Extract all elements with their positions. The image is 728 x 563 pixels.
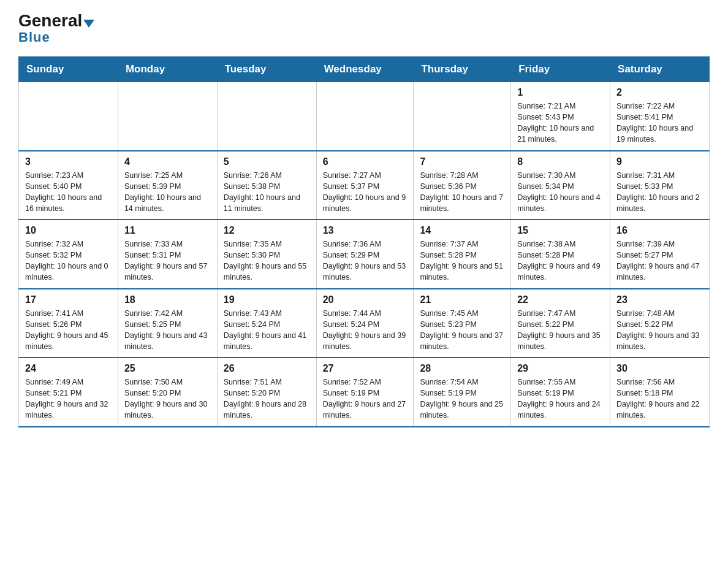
calendar-cell — [414, 82, 511, 151]
calendar-cell: 9Sunrise: 7:31 AM Sunset: 5:33 PM Daylig… — [610, 151, 710, 220]
day-number: 19 — [224, 294, 310, 305]
day-number: 15 — [517, 225, 604, 236]
day-info: Sunrise: 7:37 AM Sunset: 5:28 PM Dayligh… — [420, 239, 504, 283]
calendar-cell: 19Sunrise: 7:43 AM Sunset: 5:24 PM Dayli… — [217, 289, 316, 358]
calendar-cell: 11Sunrise: 7:33 AM Sunset: 5:31 PM Dayli… — [118, 220, 217, 289]
day-number: 23 — [616, 294, 703, 305]
day-info: Sunrise: 7:36 AM Sunset: 5:29 PM Dayligh… — [323, 239, 408, 283]
calendar-cell: 15Sunrise: 7:38 AM Sunset: 5:28 PM Dayli… — [511, 220, 610, 289]
day-number: 4 — [124, 156, 211, 167]
day-info: Sunrise: 7:28 AM Sunset: 5:36 PM Dayligh… — [420, 170, 504, 215]
calendar-week-row: 1Sunrise: 7:21 AM Sunset: 5:43 PM Daylig… — [19, 82, 710, 151]
calendar-cell: 25Sunrise: 7:50 AM Sunset: 5:20 PM Dayli… — [118, 358, 217, 427]
day-number: 5 — [224, 156, 310, 167]
calendar-cell — [19, 82, 118, 151]
calendar-cell: 1Sunrise: 7:21 AM Sunset: 5:43 PM Daylig… — [511, 82, 610, 151]
calendar-cell: 18Sunrise: 7:42 AM Sunset: 5:25 PM Dayli… — [118, 289, 217, 358]
day-number: 8 — [517, 156, 604, 167]
day-number: 10 — [25, 225, 112, 236]
day-info: Sunrise: 7:54 AM Sunset: 5:19 PM Dayligh… — [420, 377, 504, 421]
day-info: Sunrise: 7:35 AM Sunset: 5:30 PM Dayligh… — [224, 239, 310, 283]
day-info: Sunrise: 7:25 AM Sunset: 5:39 PM Dayligh… — [124, 170, 211, 215]
weekday-header-tuesday: Tuesday — [217, 57, 316, 82]
day-info: Sunrise: 7:48 AM Sunset: 5:22 PM Dayligh… — [616, 308, 703, 353]
calendar-cell: 29Sunrise: 7:55 AM Sunset: 5:19 PM Dayli… — [511, 358, 610, 427]
day-number: 30 — [616, 363, 703, 374]
day-info: Sunrise: 7:42 AM Sunset: 5:25 PM Dayligh… — [124, 308, 211, 353]
calendar-cell: 8Sunrise: 7:30 AM Sunset: 5:34 PM Daylig… — [511, 151, 610, 220]
day-number: 26 — [224, 363, 310, 374]
day-number: 6 — [323, 156, 408, 167]
logo-text: General — [18, 12, 94, 29]
calendar-cell: 10Sunrise: 7:32 AM Sunset: 5:32 PM Dayli… — [19, 220, 118, 289]
day-number: 14 — [420, 225, 504, 236]
day-number: 22 — [517, 294, 604, 305]
calendar-cell: 3Sunrise: 7:23 AM Sunset: 5:40 PM Daylig… — [19, 151, 118, 220]
day-info: Sunrise: 7:51 AM Sunset: 5:20 PM Dayligh… — [224, 377, 310, 421]
calendar-cell: 7Sunrise: 7:28 AM Sunset: 5:36 PM Daylig… — [414, 151, 511, 220]
day-number: 24 — [25, 363, 112, 374]
day-info: Sunrise: 7:21 AM Sunset: 5:43 PM Dayligh… — [517, 101, 604, 145]
day-number: 20 — [323, 294, 408, 305]
calendar-week-row: 3Sunrise: 7:23 AM Sunset: 5:40 PM Daylig… — [19, 151, 710, 220]
calendar-cell — [118, 82, 217, 151]
calendar-cell — [316, 82, 414, 151]
day-number: 17 — [25, 294, 112, 305]
day-number: 27 — [323, 363, 408, 374]
calendar-week-row: 24Sunrise: 7:49 AM Sunset: 5:21 PM Dayli… — [19, 358, 710, 427]
day-number: 25 — [124, 363, 211, 374]
calendar-cell: 21Sunrise: 7:45 AM Sunset: 5:23 PM Dayli… — [414, 289, 511, 358]
day-number: 13 — [323, 225, 408, 236]
day-number: 11 — [124, 225, 211, 236]
day-number: 21 — [420, 294, 504, 305]
calendar-cell: 17Sunrise: 7:41 AM Sunset: 5:26 PM Dayli… — [19, 289, 118, 358]
day-info: Sunrise: 7:31 AM Sunset: 5:33 PM Dayligh… — [616, 170, 703, 215]
weekday-header-thursday: Thursday — [414, 57, 511, 82]
day-number: 29 — [517, 363, 604, 374]
day-number: 28 — [420, 363, 504, 374]
calendar-cell: 4Sunrise: 7:25 AM Sunset: 5:39 PM Daylig… — [118, 151, 217, 220]
logo: General Blue — [18, 12, 94, 45]
day-number: 16 — [616, 225, 703, 236]
calendar-cell: 27Sunrise: 7:52 AM Sunset: 5:19 PM Dayli… — [316, 358, 414, 427]
day-number: 1 — [517, 87, 604, 98]
day-info: Sunrise: 7:56 AM Sunset: 5:18 PM Dayligh… — [616, 377, 703, 421]
day-info: Sunrise: 7:45 AM Sunset: 5:23 PM Dayligh… — [420, 308, 504, 353]
day-number: 18 — [124, 294, 211, 305]
day-info: Sunrise: 7:50 AM Sunset: 5:20 PM Dayligh… — [124, 377, 211, 421]
day-info: Sunrise: 7:38 AM Sunset: 5:28 PM Dayligh… — [517, 239, 604, 283]
logo-general: General — [18, 11, 82, 30]
calendar-cell: 13Sunrise: 7:36 AM Sunset: 5:29 PM Dayli… — [316, 220, 414, 289]
day-info: Sunrise: 7:23 AM Sunset: 5:40 PM Dayligh… — [25, 170, 112, 215]
calendar-week-row: 10Sunrise: 7:32 AM Sunset: 5:32 PM Dayli… — [19, 220, 710, 289]
calendar-body: 1Sunrise: 7:21 AM Sunset: 5:43 PM Daylig… — [19, 82, 710, 427]
day-info: Sunrise: 7:26 AM Sunset: 5:38 PM Dayligh… — [224, 170, 310, 215]
calendar-cell: 2Sunrise: 7:22 AM Sunset: 5:41 PM Daylig… — [610, 82, 710, 151]
day-info: Sunrise: 7:55 AM Sunset: 5:19 PM Dayligh… — [517, 377, 604, 421]
calendar-week-row: 17Sunrise: 7:41 AM Sunset: 5:26 PM Dayli… — [19, 289, 710, 358]
day-info: Sunrise: 7:49 AM Sunset: 5:21 PM Dayligh… — [25, 377, 112, 421]
day-number: 3 — [25, 156, 112, 167]
day-number: 2 — [616, 87, 703, 98]
calendar-cell: 26Sunrise: 7:51 AM Sunset: 5:20 PM Dayli… — [217, 358, 316, 427]
weekday-header-wednesday: Wednesday — [316, 57, 414, 82]
day-info: Sunrise: 7:32 AM Sunset: 5:32 PM Dayligh… — [25, 239, 112, 283]
day-info: Sunrise: 7:43 AM Sunset: 5:24 PM Dayligh… — [224, 308, 310, 353]
calendar-cell: 14Sunrise: 7:37 AM Sunset: 5:28 PM Dayli… — [414, 220, 511, 289]
day-info: Sunrise: 7:44 AM Sunset: 5:24 PM Dayligh… — [323, 308, 408, 353]
day-info: Sunrise: 7:22 AM Sunset: 5:41 PM Dayligh… — [616, 101, 703, 145]
day-info: Sunrise: 7:39 AM Sunset: 5:27 PM Dayligh… — [616, 239, 703, 283]
day-number: 9 — [616, 156, 703, 167]
page-header: General Blue — [18, 12, 710, 45]
calendar-table: SundayMondayTuesdayWednesdayThursdayFrid… — [18, 56, 710, 427]
weekday-header-row: SundayMondayTuesdayWednesdayThursdayFrid… — [19, 57, 710, 82]
calendar-cell: 12Sunrise: 7:35 AM Sunset: 5:30 PM Dayli… — [217, 220, 316, 289]
weekday-header-sunday: Sunday — [19, 57, 118, 82]
calendar-cell — [217, 82, 316, 151]
calendar-cell: 23Sunrise: 7:48 AM Sunset: 5:22 PM Dayli… — [610, 289, 710, 358]
calendar-cell: 6Sunrise: 7:27 AM Sunset: 5:37 PM Daylig… — [316, 151, 414, 220]
day-info: Sunrise: 7:52 AM Sunset: 5:19 PM Dayligh… — [323, 377, 408, 421]
day-info: Sunrise: 7:47 AM Sunset: 5:22 PM Dayligh… — [517, 308, 604, 353]
day-info: Sunrise: 7:33 AM Sunset: 5:31 PM Dayligh… — [124, 239, 211, 283]
day-number: 7 — [420, 156, 504, 167]
